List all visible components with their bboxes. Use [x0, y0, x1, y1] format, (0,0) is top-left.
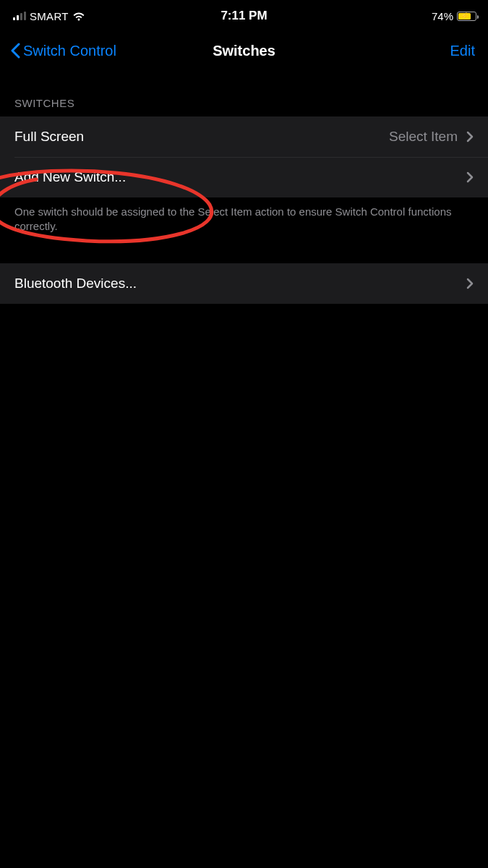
battery-percent-label: 74% — [432, 10, 453, 22]
section-header-switches: SWITCHES — [0, 69, 488, 116]
full-screen-label: Full Screen — [14, 129, 84, 145]
battery-icon: ⚡ — [457, 12, 476, 21]
chevron-right-icon — [466, 171, 474, 183]
bluetooth-group: Bluetooth Devices... — [0, 263, 488, 304]
status-bar: SMART 7:11 PM 74% ⚡ — [0, 0, 488, 32]
chevron-right-icon — [466, 278, 474, 289]
section-footer-switches: One switch should be assigned to the Sel… — [0, 197, 488, 234]
edit-button[interactable]: Edit — [450, 43, 475, 59]
add-new-switch-row[interactable]: Add New Switch... — [0, 157, 488, 197]
status-left: SMART — [13, 10, 85, 22]
cellular-signal-icon — [13, 12, 26, 20]
status-time: 7:11 PM — [221, 9, 267, 23]
nav-bar: Switch Control Switches Edit — [0, 32, 488, 69]
carrier-label: SMART — [30, 10, 69, 22]
bluetooth-devices-label: Bluetooth Devices... — [14, 276, 137, 292]
full-screen-row[interactable]: Full Screen Select Item — [0, 116, 488, 157]
wifi-icon — [72, 12, 85, 21]
full-screen-value: Select Item — [389, 129, 458, 145]
status-right: 74% ⚡ — [432, 10, 476, 22]
bluetooth-devices-row[interactable]: Bluetooth Devices... — [0, 263, 488, 304]
back-label: Switch Control — [23, 43, 116, 59]
add-new-switch-label: Add New Switch... — [14, 169, 126, 185]
chevron-left-icon — [10, 43, 20, 59]
chevron-right-icon — [466, 131, 474, 142]
page-title: Switches — [213, 43, 275, 59]
switches-group: Full Screen Select Item Add New Switch..… — [0, 116, 488, 197]
back-button[interactable]: Switch Control — [10, 43, 116, 59]
